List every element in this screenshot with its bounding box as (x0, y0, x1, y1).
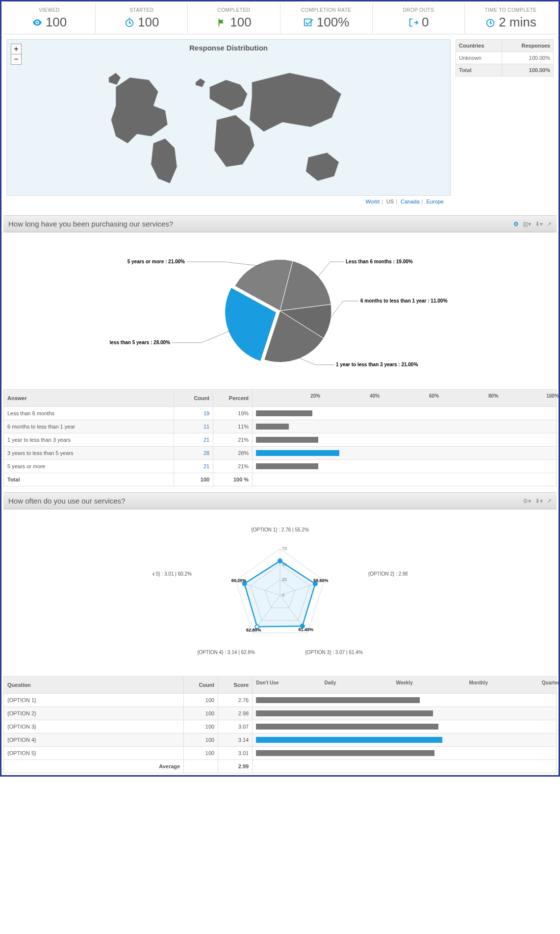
stat-label: VIEWED (5, 7, 93, 13)
count-link[interactable]: 19 (204, 410, 209, 416)
map-link-world[interactable]: World (365, 199, 380, 204)
exit-icon (408, 17, 419, 28)
table-row: {OPTION 5} 100 3.01 (4, 747, 557, 760)
table-row: 6 months to less than 1 year 11 11% (4, 420, 557, 433)
count-link[interactable]: 11 (204, 424, 209, 429)
table-row: 5 years or more 21 21% (4, 460, 557, 473)
q1-answer-table: Answer Count Percent 20%40%60%80%100% Le… (3, 389, 557, 486)
svg-point-0 (36, 22, 38, 24)
map-zoom-out-button[interactable]: − (11, 54, 22, 65)
chart-type-icon[interactable]: ▥▾ (523, 221, 531, 227)
table-row: {OPTION 1} 100 2.76 (4, 694, 557, 707)
count-link[interactable]: 28 (204, 450, 209, 456)
svg-text:5 years or more : 21.00%: 5 years or more : 21.00% (127, 259, 185, 264)
radar-chart: 025507559.60%61.40%62.80%60.20%{OPTION 1… (3, 509, 557, 676)
question-title: How often do you use our services? (8, 497, 125, 505)
svg-text:6 months to less than 1 year :: 6 months to less than 1 year : 11.00% (360, 298, 447, 303)
svg-text:{OPTION 3} : 3.07 | 61.4%: {OPTION 3} : 3.07 | 61.4% (305, 650, 363, 655)
eye-icon (32, 17, 43, 28)
map-link-us[interactable]: US (386, 199, 394, 204)
settings-icon[interactable]: ⚙ (513, 221, 519, 227)
svg-text:{OPTION 1} : 2.76 | 55.2%: {OPTION 1} : 2.76 | 55.2% (251, 527, 309, 532)
table-row: 3 years to less than 5 years 28 28% (4, 447, 557, 460)
stats-row: VIEWED 100 STARTED 100 COMPLETED 100 COM… (3, 3, 557, 34)
svg-text:62.80%: 62.80% (246, 628, 261, 632)
table-row: {OPTION 4} 100 3.14 (4, 733, 557, 747)
stat-dropouts: DROP OUTS 0 (373, 3, 465, 34)
stat-viewed: VIEWED 100 (3, 3, 96, 34)
svg-text:3 years to less than 5 years :: 3 years to less than 5 years : 28.00% (108, 340, 170, 345)
svg-text:60.20%: 60.20% (231, 578, 247, 583)
pie-chart: Less than 6 months : 19.00%6 months to l… (3, 232, 557, 389)
countries-table: CountriesResponses Unknown100.00% Total1… (456, 39, 554, 207)
stat-completion-rate: COMPLETION RATE 100% (280, 3, 373, 34)
stat-started: STARTED 100 (96, 3, 188, 34)
question-header: How long have you been purchasing our se… (3, 215, 557, 232)
map-zoom-controls: + − (11, 44, 22, 64)
world-map-icon (7, 56, 450, 193)
response-distribution-map[interactable]: + − Response Distribution (6, 39, 451, 196)
table-row-total: Total100.00% (456, 64, 554, 76)
svg-point-22 (278, 559, 282, 563)
map-zoom-in-button[interactable]: + (11, 44, 22, 54)
map-row: + − Response Distribution World| US| (3, 34, 557, 209)
settings-icon[interactable]: ⚙▾ (523, 498, 531, 505)
download-icon[interactable]: ⬇▾ (535, 498, 543, 505)
question-header: How often do you use our services? ⚙▾ ⬇▾… (3, 492, 557, 509)
clock-icon (485, 17, 496, 28)
question-tools: ⚙ ▥▾ ⬇▾ ↗ (513, 221, 552, 227)
stopwatch-icon (124, 17, 135, 28)
count-link[interactable]: 21 (204, 463, 209, 469)
table-row-average: Average 2.99 (4, 760, 557, 773)
map-link-canada[interactable]: Canada (401, 199, 420, 204)
svg-text:{OPTION 5} : 3.01 | 60.2%: {OPTION 5} : 3.01 | 60.2% (153, 571, 192, 577)
table-row: 1 year to less than 3 years 21 21% (4, 433, 557, 447)
table-row: Unknown100.00% (456, 52, 554, 64)
svg-text:{OPTION 2} : 2.98 | 59.6%: {OPTION 2} : 2.98 | 59.6% (368, 571, 407, 577)
svg-text:1 year to less than 3 years : : 1 year to less than 3 years : 21.00% (336, 362, 418, 367)
count-link[interactable]: 21 (204, 437, 209, 443)
q2-answer-table: Question Count Score Don't UseDailyWeekl… (3, 676, 557, 773)
svg-marker-21 (244, 561, 315, 627)
table-row: {OPTION 2} 100 2.98 (4, 707, 557, 720)
question-tools: ⚙▾ ⬇▾ ↗ (523, 498, 552, 505)
svg-text:59.60%: 59.60% (313, 578, 329, 583)
question-title: How long have you been purchasing our se… (8, 220, 173, 228)
svg-text:75: 75 (282, 546, 287, 551)
stat-time: TIME TO COMPLETE 2 mins (465, 3, 557, 34)
flag-icon (216, 17, 227, 28)
svg-text:Less than 6 months : 19.00%: Less than 6 months : 19.00% (346, 259, 413, 264)
table-row: {OPTION 3} 100 3.07 (4, 720, 557, 733)
svg-text:61.40%: 61.40% (299, 627, 314, 632)
table-row-total: Total 100 100 % (4, 473, 557, 486)
map-title: Response Distribution (7, 40, 450, 56)
map-link-europe[interactable]: Europe (427, 199, 444, 204)
share-icon[interactable]: ↗ (547, 498, 552, 505)
map-region-links: World| US| Canada| Europe (6, 196, 451, 207)
svg-text:{OPTION 4} : 3.14 | 62.8%: {OPTION 4} : 3.14 | 62.8% (197, 650, 255, 655)
table-row: Less than 6 months 19 19% (4, 407, 557, 420)
share-icon[interactable]: ↗ (547, 221, 552, 227)
download-icon[interactable]: ⬇▾ (535, 221, 543, 227)
question-block-2: How often do you use our services? ⚙▾ ⬇▾… (3, 492, 557, 773)
question-block-1: How long have you been purchasing our se… (3, 215, 557, 486)
stat-completed: COMPLETED 100 (188, 3, 280, 34)
checkbox-icon (303, 17, 314, 28)
stat-value: 100 (46, 15, 67, 30)
